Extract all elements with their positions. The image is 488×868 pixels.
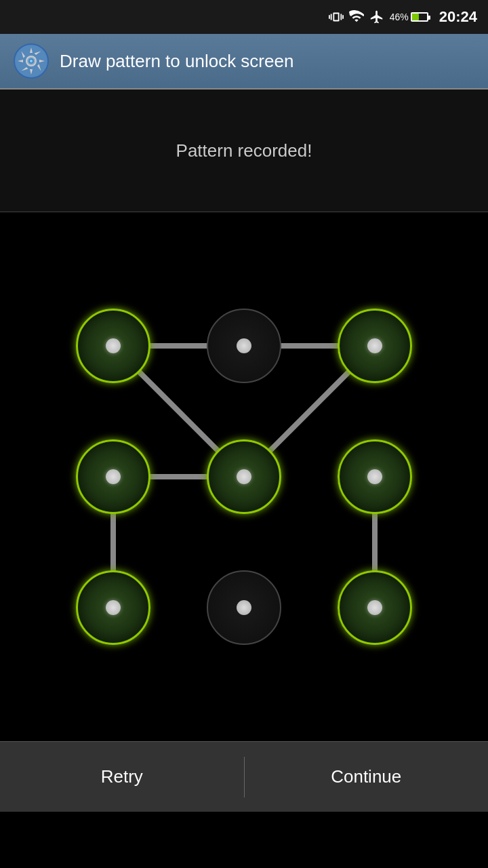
message-area: Pattern recorded! (0, 90, 488, 212)
dot-cell-5 (310, 411, 441, 542)
bottom-bar: Retry Continue (0, 741, 488, 812)
svg-point-4 (30, 60, 33, 62)
dot-8 (338, 570, 412, 645)
dot-grid (47, 280, 441, 673)
status-bar: 46% 20:24 (0, 0, 488, 34)
status-icons: 46% 20:24 (329, 8, 477, 26)
dot-inner-5 (367, 469, 382, 484)
retry-button[interactable]: Retry (0, 742, 244, 812)
battery-percent: 46% (390, 12, 409, 22)
dot-5 (338, 439, 412, 514)
dot-cell-0 (47, 280, 178, 411)
continue-button[interactable]: Continue (245, 742, 489, 812)
dot-inner-8 (367, 600, 382, 615)
dot-2 (338, 309, 412, 383)
dot-cell-1 (178, 280, 309, 411)
dot-7 (207, 570, 281, 645)
battery-icon (411, 12, 428, 22)
dot-cell-8 (310, 542, 441, 673)
pattern-area (0, 212, 488, 741)
dot-inner-1 (237, 338, 251, 353)
airplane-icon (369, 9, 384, 24)
header-title: Draw pattern to unlock screen (60, 51, 293, 72)
status-time: 20:24 (439, 8, 477, 26)
dot-cell-4 (178, 411, 309, 542)
dot-inner-3 (106, 469, 121, 484)
dot-0 (76, 309, 150, 383)
dot-cell-7 (178, 542, 309, 673)
dot-1 (207, 309, 281, 383)
dot-4 (207, 439, 281, 514)
dot-inner-2 (367, 338, 382, 353)
dot-6 (76, 570, 150, 645)
dot-inner-0 (106, 338, 121, 353)
pattern-message: Pattern recorded! (176, 140, 312, 161)
dot-cell-6 (47, 542, 178, 673)
dot-3 (76, 439, 150, 514)
dot-cell-3 (47, 411, 178, 542)
gear-icon (14, 43, 49, 79)
pattern-grid (47, 280, 441, 673)
dot-inner-4 (237, 469, 251, 484)
header: Draw pattern to unlock screen (0, 34, 488, 88)
vibrate-icon (329, 9, 344, 24)
dot-inner-7 (237, 600, 251, 615)
battery-indicator: 46% (390, 12, 428, 22)
wifi-icon (349, 9, 364, 24)
dot-inner-6 (106, 600, 121, 615)
dot-cell-2 (310, 280, 441, 411)
